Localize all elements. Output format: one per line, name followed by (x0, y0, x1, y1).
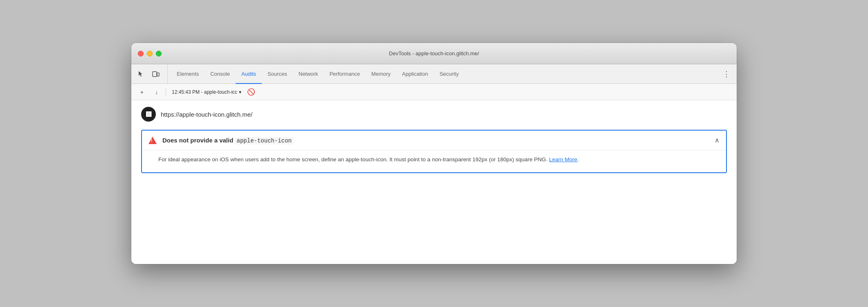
toolbar-divider (166, 88, 166, 96)
site-favicon: 🅱 (141, 107, 156, 122)
title-bar: DevTools - apple-touch-icon.glitch.me/ (131, 43, 737, 64)
devtools-window: DevTools - apple-touch-icon.glitch.me/ E… (131, 43, 737, 264)
glitch-logo: 🅱 (144, 110, 153, 119)
download-button[interactable]: ↓ (151, 86, 162, 98)
audit-item: Does not provide a valid apple-touch-ico… (141, 130, 727, 173)
audit-header[interactable]: Does not provide a valid apple-touch-ico… (142, 131, 726, 150)
tab-sources[interactable]: Sources (262, 64, 293, 84)
page-url: https://apple-touch-icon.glitch.me/ (161, 111, 252, 118)
more-tabs-button[interactable]: ⋮ (720, 64, 733, 84)
audit-title-bold-part: Does not provide a valid (162, 137, 233, 144)
device-toggle-button[interactable] (149, 68, 162, 81)
tab-bar: Elements Console Audits Sources Network … (131, 64, 737, 84)
dropdown-chevron-icon: ▾ (239, 89, 241, 95)
close-button[interactable] (138, 51, 144, 56)
tab-console[interactable]: Console (205, 64, 236, 84)
svg-text:🅱: 🅱 (146, 111, 152, 117)
inspect-element-button[interactable] (135, 68, 148, 81)
tab-application[interactable]: Application (396, 64, 434, 84)
audit-title-code-part: apple-touch-icon (235, 137, 293, 144)
no-entry-icon[interactable]: 🚫 (247, 88, 255, 96)
window-title: DevTools - apple-touch-icon.glitch.me/ (389, 50, 479, 56)
toolbar-icons (135, 64, 168, 84)
add-audit-button[interactable]: + (136, 86, 148, 98)
tab-memory[interactable]: Memory (366, 64, 396, 84)
tab-audits[interactable]: Audits (236, 64, 262, 84)
traffic-lights (138, 51, 162, 56)
svg-rect-0 (153, 72, 157, 77)
device-icon (152, 70, 160, 78)
warning-icon (148, 137, 157, 144)
audit-description: For ideal appearance on iOS when users a… (158, 155, 710, 164)
tab-network[interactable]: Network (293, 64, 324, 84)
session-selector[interactable]: 12:45:43 PM - apple-touch-icc ▾ (169, 88, 244, 96)
minimize-button[interactable] (147, 51, 153, 56)
learn-more-link[interactable]: Learn More (549, 156, 577, 163)
url-row: 🅱 https://apple-touch-icon.glitch.me/ (141, 107, 727, 122)
tab-security[interactable]: Security (434, 64, 464, 84)
cursor-icon (137, 70, 145, 78)
chevron-up-icon[interactable]: ∧ (715, 136, 720, 144)
toolbar-row: + ↓ 12:45:43 PM - apple-touch-icc ▾ 🚫 (131, 84, 737, 100)
svg-rect-1 (157, 73, 159, 76)
tab-performance[interactable]: Performance (324, 64, 365, 84)
audit-body: For ideal appearance on iOS when users a… (142, 150, 726, 172)
main-content: 🅱 https://apple-touch-icon.glitch.me/ Do… (131, 100, 737, 264)
maximize-button[interactable] (156, 51, 162, 56)
tab-elements[interactable]: Elements (171, 64, 205, 84)
audit-title: Does not provide a valid apple-touch-ico… (162, 137, 715, 144)
